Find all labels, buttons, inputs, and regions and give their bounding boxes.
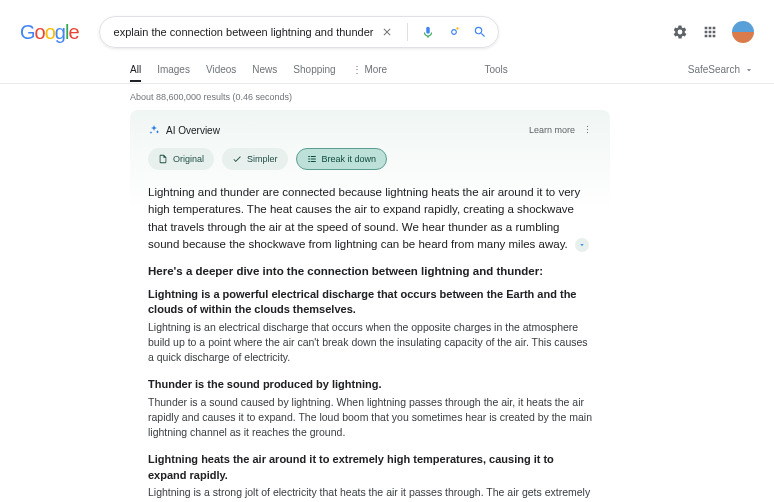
sparkle-icon	[148, 124, 160, 136]
section-3-body: Lightning is a strong jolt of electricit…	[148, 485, 592, 502]
header: Google	[0, 0, 774, 56]
divider	[407, 23, 408, 41]
chip-break-it-down[interactable]: Break it down	[296, 148, 388, 170]
ai-overview-card: AI Overview Learn more ⋮ Original Simple…	[130, 110, 610, 502]
tab-images[interactable]: Images	[157, 58, 190, 81]
tabs-row: All Images Videos News Shopping ⋮ More T…	[0, 56, 774, 84]
mic-icon[interactable]	[420, 24, 436, 40]
svg-point-0	[456, 27, 458, 29]
mode-chips: Original Simpler Break it down	[148, 148, 592, 170]
chip-simpler[interactable]: Simpler	[222, 148, 288, 170]
chevron-down-icon	[744, 65, 754, 75]
document-icon	[158, 154, 168, 164]
chip-original[interactable]: Original	[148, 148, 214, 170]
learn-more-link[interactable]: Learn more	[529, 125, 575, 135]
clear-icon[interactable]	[379, 24, 395, 40]
dive-header: Here's a deeper dive into the connection…	[148, 265, 592, 277]
section-2: Thunder is the sound produced by lightni…	[148, 377, 592, 440]
tab-videos[interactable]: Videos	[206, 58, 236, 81]
list-tree-icon	[307, 154, 317, 164]
avatar[interactable]	[732, 21, 754, 43]
tools-button[interactable]: Tools	[484, 64, 507, 75]
section-2-title: Thunder is the sound produced by lightni…	[148, 377, 592, 392]
more-options-icon[interactable]: ⋮	[583, 125, 592, 135]
google-logo[interactable]: Google	[20, 21, 79, 44]
section-1-body: Lightning is an electrical discharge tha…	[148, 320, 592, 366]
search-bar	[99, 16, 499, 48]
section-3-title: Lightning heats the air around it to ext…	[148, 452, 592, 483]
tab-shopping[interactable]: Shopping	[293, 58, 335, 81]
ai-overview-title: AI Overview	[148, 124, 220, 136]
safesearch-dropdown[interactable]: SafeSearch	[688, 64, 754, 75]
settings-icon[interactable]	[672, 24, 688, 40]
overview-summary: Lightning and thunder are connected beca…	[148, 184, 592, 253]
section-2-body: Thunder is a sound caused by lightning. …	[148, 395, 592, 441]
section-1-title: Lightning is a powerful electrical disch…	[148, 287, 592, 318]
apps-icon[interactable]	[702, 24, 718, 40]
section-3: Lightning heats the air around it to ext…	[148, 452, 592, 502]
results-stats: About 88,600,000 results (0.46 seconds)	[0, 84, 774, 110]
section-1: Lightning is a powerful electrical disch…	[148, 287, 592, 365]
expand-icon[interactable]	[575, 238, 589, 252]
lens-icon[interactable]	[446, 24, 462, 40]
tab-news[interactable]: News	[252, 58, 277, 81]
search-input[interactable]	[114, 26, 379, 38]
tab-all[interactable]: All	[130, 58, 141, 81]
check-icon	[232, 154, 242, 164]
tab-more[interactable]: ⋮ More	[352, 64, 388, 75]
search-icon[interactable]	[472, 24, 488, 40]
